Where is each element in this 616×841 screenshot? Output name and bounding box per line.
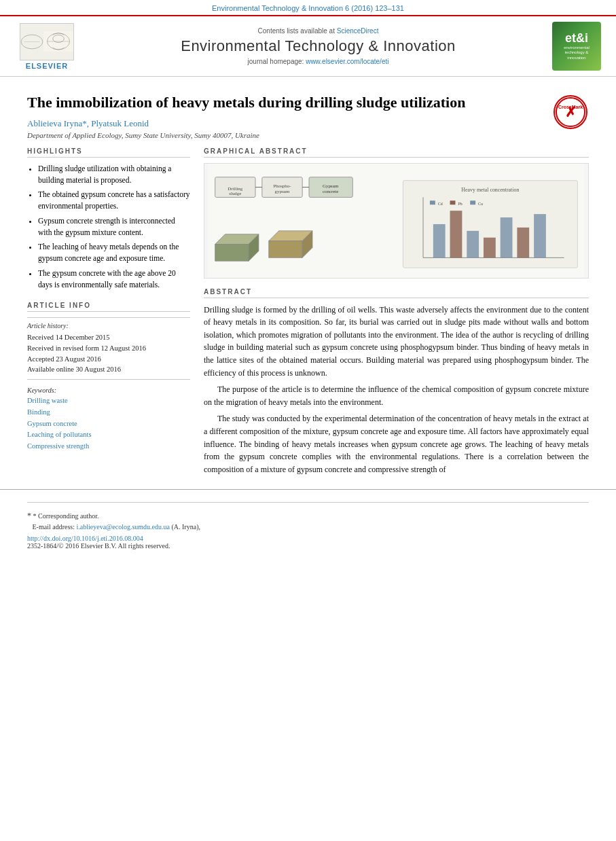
graphical-abstract-section: GRAPHICAL ABSTRACT Drilling sludge Phosp… bbox=[204, 147, 589, 279]
abstract-paragraph-2: The purpose of the article is to determi… bbox=[204, 383, 589, 408]
banner-text: Environmental Technology & Innovation 6 … bbox=[212, 4, 404, 12]
article-info-header: ARTICLE INFO bbox=[27, 302, 190, 312]
footer-note: * * Corresponding author. bbox=[27, 509, 589, 522]
corresponding-author-label: * Corresponding author. bbox=[33, 512, 99, 520]
left-column: HIGHLIGHTS Drilling sludge utilization w… bbox=[27, 147, 190, 476]
email-link[interactable]: i.ablieyeva@ecolog.sumdu.edu.ua bbox=[76, 523, 170, 531]
footer: * * Corresponding author. E-mail address… bbox=[0, 489, 616, 550]
doi-link[interactable]: http://dx.doi.org/10.1016/j.eti.2016.08.… bbox=[27, 535, 143, 542]
copyright: 2352-1864/© 2016 Elsevier B.V. All right… bbox=[27, 542, 589, 550]
eti-logo-area: et&i environmentaltechnology &innovation bbox=[552, 22, 606, 71]
svg-text:Phospho-: Phospho- bbox=[273, 183, 291, 187]
article-title: The immobilization of heavy metals durin… bbox=[27, 94, 465, 111]
eti-sublabel: environmentaltechnology &innovation bbox=[564, 46, 590, 60]
eti-label: et&i bbox=[565, 32, 588, 44]
svg-marker-20 bbox=[215, 244, 249, 261]
author-names: Ablieieva Iryna*, Plyatsuk Leonid bbox=[27, 118, 149, 128]
asterisk: * bbox=[27, 511, 31, 520]
elsevier-logo: ELSEVIER bbox=[10, 23, 84, 70]
svg-rect-29 bbox=[433, 224, 446, 257]
highlight-item: The gypsum concrete with the age above 2… bbox=[38, 268, 190, 291]
svg-rect-33 bbox=[501, 217, 513, 257]
contents-available-line: Contents lists available at ScienceDirec… bbox=[91, 27, 545, 35]
journal-banner: Environmental Technology & Innovation 6 … bbox=[0, 0, 616, 15]
svg-rect-0 bbox=[43, 31, 73, 52]
article-history: Article history: Received 14 December 20… bbox=[27, 317, 190, 380]
highlight-item: The obtained gypsum concrete has a satis… bbox=[38, 189, 190, 213]
keyword: Leaching of pollutants bbox=[27, 429, 190, 441]
right-column: GRAPHICAL ABSTRACT Drilling sludge Phosp… bbox=[204, 147, 589, 476]
graphical-abstract-header: GRAPHICAL ABSTRACT bbox=[204, 147, 589, 158]
svg-text:sludge: sludge bbox=[229, 191, 241, 196]
keyword: Compressive strength bbox=[27, 441, 190, 452]
two-column-layout: HIGHLIGHTS Drilling sludge utilization w… bbox=[27, 147, 589, 476]
sciencedirect-link[interactable]: ScienceDirect bbox=[337, 27, 379, 35]
svg-rect-35 bbox=[534, 214, 546, 257]
abstract-section: ABSTRACT Drilling sludge is formed by th… bbox=[204, 288, 589, 476]
keywords-section: Keywords: Drilling waste Binding Gypsum … bbox=[27, 387, 190, 452]
highlights-header: HIGHLIGHTS bbox=[27, 147, 190, 158]
svg-text:Cd: Cd bbox=[438, 202, 443, 206]
highlight-item: Gypsum concrete strength is interconnect… bbox=[38, 215, 190, 239]
journal-header: ELSEVIER Contents lists available at Sci… bbox=[0, 15, 616, 77]
svg-text:Gypsum: Gypsum bbox=[323, 183, 339, 187]
highlights-section: HIGHLIGHTS Drilling sludge utilization w… bbox=[27, 147, 190, 291]
article-info-section: ARTICLE INFO Article history: Received 1… bbox=[27, 302, 190, 452]
elsevier-text: ELSEVIER bbox=[26, 62, 68, 70]
svg-rect-40 bbox=[470, 200, 475, 204]
svg-rect-31 bbox=[467, 230, 479, 257]
homepage-url[interactable]: www.elsevier.com/locate/eti bbox=[306, 58, 388, 65]
contents-text: Contents lists available at bbox=[258, 27, 335, 35]
crossmark-badge[interactable]: ✗ CrossMark bbox=[551, 93, 589, 130]
keywords-label: Keywords: bbox=[27, 387, 190, 394]
email-line: E-mail address: i.ablieyeva@ecolog.sumdu… bbox=[27, 522, 589, 532]
homepage-line: journal homepage: www.elsevier.com/locat… bbox=[91, 58, 545, 65]
history-label: Article history: bbox=[27, 322, 190, 329]
svg-rect-36 bbox=[430, 200, 435, 204]
journal-name: Environmental Technology & Innovation bbox=[91, 37, 545, 55]
svg-marker-23 bbox=[269, 240, 302, 257]
abstract-paragraph-3: The study was conducted by the experimen… bbox=[204, 412, 589, 476]
eti-logo: et&i environmentaltechnology &innovation bbox=[552, 22, 601, 71]
authors: Ablieieva Iryna*, Plyatsuk Leonid bbox=[27, 118, 589, 129]
svg-rect-34 bbox=[517, 227, 529, 257]
elsevier-logo-image bbox=[20, 23, 74, 60]
svg-text:gypsum: gypsum bbox=[275, 189, 291, 194]
journal-title-area: Contents lists available at ScienceDirec… bbox=[91, 27, 545, 65]
crossmark-icon: ✗ CrossMark bbox=[554, 95, 587, 129]
keyword: Drilling waste bbox=[27, 395, 190, 407]
keyword: Gypsum concrete bbox=[27, 418, 190, 430]
svg-text:Drilling: Drilling bbox=[228, 185, 242, 190]
svg-text:Cu: Cu bbox=[478, 202, 483, 206]
email-label: E-mail address: bbox=[33, 523, 75, 531]
available-date: Available online 30 August 2016 bbox=[27, 364, 190, 375]
homepage-label: journal homepage: bbox=[248, 58, 304, 65]
revised-date: Received in revised form 12 August 2016 bbox=[27, 343, 190, 354]
svg-text:Heavy metal concentration: Heavy metal concentration bbox=[461, 187, 519, 193]
email-suffix: (A. Iryna), bbox=[171, 523, 200, 531]
highlight-item: Drilling sludge utilization with obtaini… bbox=[38, 163, 190, 187]
keyword: Binding bbox=[27, 407, 190, 418]
highlights-list: Drilling sludge utilization with obtaini… bbox=[27, 163, 190, 291]
svg-text:Pb: Pb bbox=[458, 202, 462, 206]
abstract-paragraph-1: Drilling sludge is formed by the drillin… bbox=[204, 304, 589, 380]
svg-text:CrossMark: CrossMark bbox=[558, 105, 582, 109]
article-title-container: The immobilization of heavy metals durin… bbox=[27, 93, 589, 113]
elsevier-logo-area: ELSEVIER bbox=[10, 23, 84, 70]
footer-divider bbox=[27, 502, 589, 503]
svg-text:concrete: concrete bbox=[323, 189, 338, 194]
main-content: The immobilization of heavy metals durin… bbox=[0, 77, 616, 489]
abstract-text: Drilling sludge is formed by the drillin… bbox=[204, 304, 589, 476]
abstract-header: ABSTRACT bbox=[204, 288, 589, 298]
accepted-date: Accepted 23 August 2016 bbox=[27, 354, 190, 365]
graphical-abstract-image: Drilling sludge Phospho- gypsum Gypsum c… bbox=[204, 163, 589, 279]
svg-rect-32 bbox=[484, 237, 496, 257]
highlight-item: The leaching of heavy metals depends on … bbox=[38, 241, 190, 265]
svg-rect-30 bbox=[450, 211, 463, 257]
affiliation: Department of Applied Ecology, Sumy Stat… bbox=[27, 131, 589, 139]
doi-line: http://dx.doi.org/10.1016/j.eti.2016.08.… bbox=[27, 535, 589, 542]
svg-rect-38 bbox=[450, 200, 456, 204]
received-date: Received 14 December 2015 bbox=[27, 332, 190, 343]
